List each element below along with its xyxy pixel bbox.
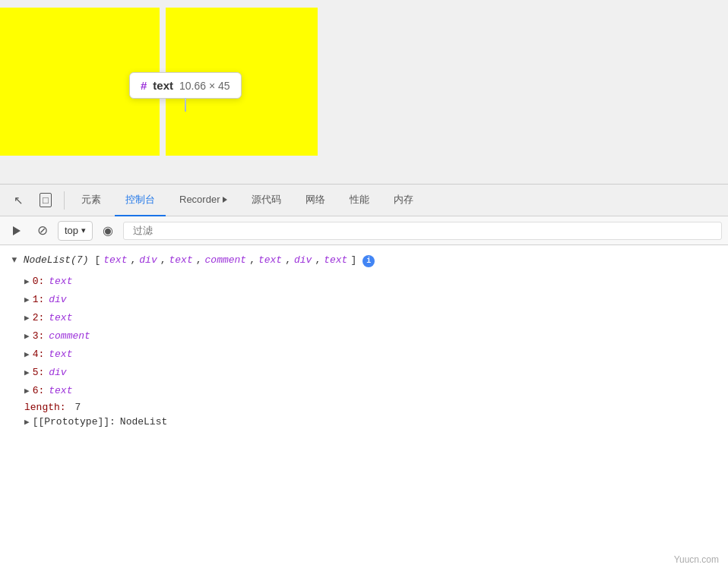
element-tooltip: #text 10.66 × 45 [129,72,242,99]
row-5-arrow[interactable]: ▶ [24,365,30,380]
info-icon[interactable]: i [362,255,375,267]
mobile-icon: □ [40,193,52,207]
comma-4: , [285,254,291,266]
recorder-play-icon [223,197,227,203]
row-6-index: 6: [33,383,45,399]
preview-item-2: text [169,254,193,266]
bracket-open: [ [94,254,100,266]
length-label: length: [24,402,66,413]
run-script-button[interactable] [6,220,27,241]
row-1-value: div [49,292,66,308]
tooltip-name: text [153,79,173,92]
tooltip-size: 10.66 × 45 [179,80,230,92]
table-row: ▶ 5: div [0,364,728,382]
row-5-index: 5: [33,365,45,380]
row-0-index: 0: [33,274,45,289]
tooltip-hash: # [141,79,147,92]
prototype-row: ▶ [[Prototype]]: NodeList [0,415,728,429]
row-4-arrow[interactable]: ▶ [24,347,30,362]
tab-console[interactable]: 控制台 [115,185,166,216]
prototype-arrow[interactable]: ▶ [24,417,30,427]
table-row: ▶ 6: text [0,382,728,400]
length-row: length: 7 [0,400,728,415]
comma-5: , [315,254,321,266]
preview-item-3: comment [205,254,247,266]
tab-memory[interactable]: 内存 [383,185,424,216]
tab-network[interactable]: 网络 [295,185,336,216]
chevron-down-icon: ▾ [81,226,86,235]
preview-item-5: div [294,254,312,266]
comma-2: , [196,254,202,266]
row-3-index: 3: [33,329,45,344]
context-label: top [65,225,78,236]
tab-recorder[interactable]: Recorder [169,185,238,216]
preview-item-0: text [103,254,127,266]
ban-icon: ⊘ [37,224,48,237]
tab-source[interactable]: 源代码 [241,185,292,216]
tab-performance[interactable]: 性能 [339,185,380,216]
table-row: ▶ 3: comment [0,327,728,345]
row-4-value: text [49,347,72,362]
cursor-tool-button[interactable]: ↖ [6,188,30,213]
row-6-value: text [49,383,72,399]
preview-area: #text 10.66 × 45 [0,0,728,182]
prototype-label: [[Prototype]]: [33,416,116,427]
preview-item-6: text [324,254,347,266]
clear-console-button[interactable]: ⊘ [32,220,53,241]
row-3-value: comment [49,329,90,344]
row-2-value: text [49,311,72,326]
filter-container [123,222,722,240]
row-4-index: 4: [33,347,45,362]
table-row: ▶ 1: div [0,291,728,309]
filter-input[interactable] [130,225,715,236]
devtools-panel: ↖ □ 元素 控制台 Recorder 源代码 网络 性能 内存 [0,184,728,571]
nodelist-header: ▶ NodeList(7) [ text, div, text, comment… [0,251,728,273]
eye-icon: ◉ [103,223,113,238]
row-2-arrow[interactable]: ▶ [24,311,30,326]
row-1-arrow[interactable]: ▶ [24,292,30,308]
eye-button[interactable]: ◉ [97,220,119,241]
length-value: 7 [74,402,81,413]
tab-separator-1 [64,191,65,210]
expand-arrow[interactable]: ▶ [10,257,20,263]
mobile-tool-button[interactable]: □ [33,188,58,213]
comma-1: , [160,254,166,266]
watermark: Yuucn.com [674,554,719,565]
row-2-index: 2: [33,311,45,326]
row-3-arrow[interactable]: ▶ [24,329,30,344]
context-dropdown[interactable]: top ▾ [58,221,93,241]
row-6-arrow[interactable]: ▶ [24,383,30,399]
table-row: ▶ 4: text [0,345,728,364]
row-0-value: text [49,274,72,289]
tab-bar: ↖ □ 元素 控制台 Recorder 源代码 网络 性能 内存 [0,185,728,216]
row-1-index: 1: [33,292,45,308]
preview-item-4: text [258,254,282,266]
row-5-value: div [49,365,66,380]
prototype-value: NodeList [120,416,167,427]
console-output: ▶ NodeList(7) [ text, div, text, comment… [0,245,728,571]
nodelist-label: NodeList(7) [24,254,89,266]
table-row: ▶ 2: text [0,309,728,327]
play-icon [13,226,21,235]
comma-3: , [249,254,255,266]
comma-0: , [130,254,136,266]
row-0-arrow[interactable]: ▶ [24,274,30,289]
preview-item-1: div [139,254,157,266]
console-toolbar: ⊘ top ▾ ◉ [0,216,728,245]
bracket-close: ] [350,254,356,266]
tab-elements[interactable]: 元素 [71,185,112,216]
table-row: ▶ 0: text [0,273,728,291]
cursor-icon: ↖ [14,194,24,207]
